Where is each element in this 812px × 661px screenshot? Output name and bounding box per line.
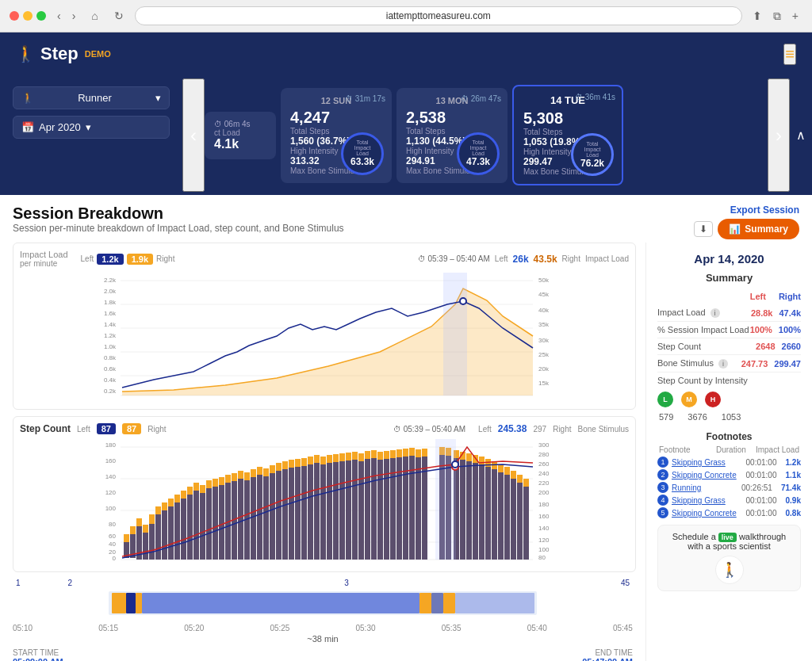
day-card-partial[interactable]: ⏱ 06m 4s ct Load 4.1k: [205, 112, 276, 159]
svg-rect-171: [479, 464, 485, 560]
timeline-marker-5: 5: [625, 579, 630, 587]
hamburger-menu[interactable]: ≡: [783, 44, 796, 65]
svg-rect-111: [276, 471, 282, 560]
footnote-2-name[interactable]: Skipping Concrete: [672, 471, 743, 480]
svg-rect-25: [443, 273, 467, 395]
footnote-3-name[interactable]: Running: [672, 483, 738, 492]
live-widget: Schedule a live walkthrough with a sport…: [657, 525, 801, 591]
logo-demo: DEMO: [85, 49, 111, 59]
svg-text:2.2k: 2.2k: [104, 277, 117, 284]
svg-rect-109: [270, 473, 275, 560]
summary-button[interactable]: 📊 Summary: [718, 219, 799, 239]
svg-rect-121: [308, 464, 313, 560]
summary-title: Summary: [657, 272, 801, 284]
svg-text:100: 100: [538, 546, 550, 553]
intensity-high-circle: H: [705, 392, 721, 407]
svg-rect-123: [314, 463, 320, 560]
svg-text:180: 180: [105, 441, 117, 449]
step-count-chart: Step Count Left 87 87 Right ⏱ 05:39 – 05…: [13, 416, 636, 572]
day-card-sun[interactable]: 12 SUN ⏱ 31m 17s 4,247 Total Steps 1,560…: [281, 88, 392, 183]
logo-icon: 🚶: [16, 44, 36, 63]
sidebar: 🚶 Runner ▾ 📅 Apr 2020 ▾: [0, 78, 182, 192]
svg-rect-201: [142, 593, 419, 613]
svg-rect-165: [460, 460, 465, 560]
new-tab-button[interactable]: ⧉: [769, 8, 785, 25]
footnote-5-name[interactable]: Skipping Concrete: [672, 509, 743, 518]
svg-text:200: 200: [538, 489, 550, 496]
impact-info-icon[interactable]: i: [710, 308, 720, 318]
summary-date: Apr 14, 2020: [657, 252, 801, 266]
svg-rect-179: [504, 475, 510, 560]
svg-text:80: 80: [109, 521, 116, 528]
prev-day-button[interactable]: ‹: [182, 78, 205, 192]
svg-text:05:10: 05:10: [114, 398, 131, 399]
runner-chevron: ▾: [155, 92, 161, 104]
bone-info-icon[interactable]: i: [718, 359, 728, 369]
svg-rect-77: [168, 506, 174, 560]
timeline-svg[interactable]: [13, 587, 633, 619]
runner-icon: 🚶: [21, 92, 34, 104]
svg-rect-79: [174, 502, 180, 560]
svg-text:45k: 45k: [538, 291, 550, 298]
top-section: 🚶 Runner ▾ 📅 Apr 2020 ▾ ‹ ⏱ 06m 4s ct Lo…: [0, 75, 812, 195]
traffic-light-red[interactable]: [10, 11, 19, 21]
svg-text:1.8k: 1.8k: [104, 299, 117, 306]
day-card-mon[interactable]: 13 MON ⏱ 26m 47s 2,538 Total Steps 1,130…: [396, 88, 508, 183]
traffic-light-yellow[interactable]: [23, 11, 33, 21]
timeline-x-labels: 05:10 05:15 05:20 05:25 05:30 05:35 05:4…: [13, 624, 633, 632]
home-button[interactable]: ⌂: [86, 8, 102, 24]
summary-row-impact: Impact Load i 28.8k 47.4k: [657, 304, 801, 322]
svg-text:140: 140: [538, 525, 550, 532]
svg-rect-127: [327, 463, 332, 560]
svg-text:05:30: 05:30: [336, 398, 353, 399]
footnote-row-2: 2 Skipping Concrete 00:01:00 1.1k: [657, 469, 801, 480]
add-button[interactable]: +: [788, 8, 802, 25]
svg-rect-137: [358, 461, 364, 560]
share-button[interactable]: ⬆: [749, 8, 766, 25]
back-button[interactable]: ‹: [52, 8, 66, 24]
runner-select[interactable]: 🚶 Runner ▾: [13, 86, 170, 109]
traffic-light-green[interactable]: [36, 11, 46, 21]
svg-rect-107: [263, 476, 269, 560]
forward-button[interactable]: ›: [67, 8, 81, 24]
svg-text:05:20: 05:20: [225, 398, 242, 399]
svg-text:0: 0: [113, 555, 117, 562]
footnote-1-name[interactable]: Skipping Grass: [672, 458, 743, 467]
svg-text:80: 80: [538, 554, 546, 561]
session-subtitle: Session per-minute breakdown of Impact L…: [13, 223, 344, 234]
svg-rect-173: [485, 467, 491, 560]
svg-text:1.4k: 1.4k: [104, 321, 117, 328]
svg-text:300: 300: [538, 441, 550, 449]
charts-summary-area: Impact Load per minute Left 1.2k 1.9k Ri…: [0, 243, 812, 661]
svg-text:1.0k: 1.0k: [104, 343, 117, 350]
refresh-button[interactable]: ↻: [109, 8, 128, 24]
download-button[interactable]: ⬇: [694, 221, 713, 237]
svg-rect-177: [498, 472, 504, 560]
day-cards: ⏱ 06m 4s ct Load 4.1k 12 SUN ⏱ 31m 17s 4…: [205, 78, 768, 192]
next-day-button[interactable]: ›: [768, 78, 790, 192]
collapse-button[interactable]: ∧: [790, 78, 812, 192]
timeline-marker-3: 3: [72, 579, 621, 587]
svg-rect-99: [238, 479, 243, 560]
svg-rect-141: [371, 458, 377, 560]
logo-step: Step: [40, 44, 79, 64]
svg-rect-129: [333, 462, 339, 560]
footnote-row-4: 4 Skipping Grass 00:01:00 0.9k: [657, 495, 801, 506]
svg-text:120: 120: [538, 537, 550, 544]
footnote-row-5: 5 Skipping Concrete 00:01:00 0.8k: [657, 507, 801, 518]
svg-text:100: 100: [105, 505, 117, 512]
date-select[interactable]: 📅 Apr 2020 ▾: [13, 116, 170, 139]
export-session-button[interactable]: Export Session: [730, 204, 799, 216]
svg-rect-91: [213, 487, 218, 560]
footnote-4-name[interactable]: Skipping Grass: [672, 496, 743, 505]
partial-impact: 4.1k: [214, 137, 266, 151]
day-card-tue[interactable]: 14 TUE ⏱ 36m 41s 5,308 Total Steps 1,053…: [512, 85, 623, 185]
svg-text:0.6k: 0.6k: [104, 365, 117, 373]
step-right-val: 87: [122, 423, 141, 434]
svg-text:240: 240: [538, 470, 550, 477]
address-bar[interactable]: iattempttomeasureu.com: [135, 6, 742, 25]
svg-text:05:45: 05:45: [503, 398, 519, 399]
svg-rect-185: [523, 487, 529, 560]
svg-text:1.2k: 1.2k: [104, 332, 117, 339]
live-icon[interactable]: 🚶: [715, 556, 744, 584]
